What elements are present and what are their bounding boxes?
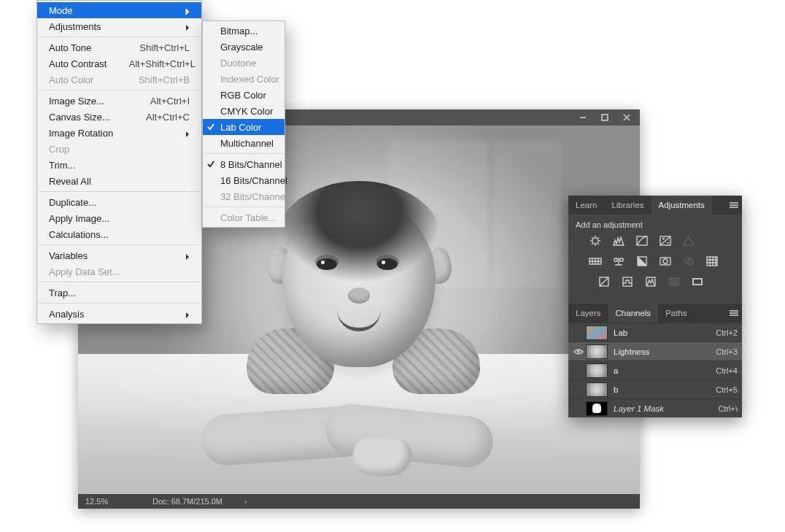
menu-item-label: Auto Contrast — [49, 58, 107, 69]
menu-item-label: Calculations... — [49, 229, 190, 240]
svg-rect-2 — [637, 236, 647, 245]
status-bar: 12.5% Doc: 68.7M/215.0M › — [78, 494, 640, 509]
adjustments-panel: Learn Libraries Adjustments Add an adjus… — [568, 196, 742, 304]
menu-item-label: 8 Bits/Channel — [220, 159, 282, 170]
menu-item-label: Duotone — [220, 58, 273, 69]
svg-point-5 — [614, 258, 617, 261]
selective-color-icon[interactable] — [668, 276, 681, 290]
adjustments-row-2 — [576, 255, 735, 269]
menu-item[interactable]: Mode — [37, 2, 201, 18]
menu-item[interactable]: Analysis — [37, 306, 201, 322]
tab-learn[interactable]: Learn — [568, 196, 604, 215]
menu-separator — [38, 282, 201, 282]
channel-shortcut: Ctrl+4 — [716, 366, 738, 375]
menu-item-label: Color Table... — [220, 212, 276, 223]
menu-item[interactable]: Trap... — [37, 285, 201, 301]
menu-item[interactable]: Reveal All — [37, 173, 201, 189]
channel-thumbnail — [586, 401, 608, 416]
menu-item-label: Apply Image... — [49, 213, 190, 224]
menu-separator — [204, 207, 284, 207]
menu-item[interactable]: Grayscale — [203, 39, 285, 55]
menu-item: Apply Data Set... — [37, 263, 201, 280]
menu-item-label: Grayscale — [220, 42, 273, 53]
photo-filter-icon[interactable] — [659, 255, 672, 269]
visibility-toggle[interactable] — [571, 348, 586, 355]
menu-item-label: CMYK Color — [220, 106, 273, 117]
channel-row[interactable]: LightnessCtrl+3 — [568, 342, 742, 361]
menu-item[interactable]: Bitmap... — [203, 23, 285, 39]
menu-item[interactable]: Auto ToneShift+Ctrl+L — [37, 39, 201, 55]
channel-name: Lab — [614, 328, 716, 337]
tab-channels[interactable]: Channels — [608, 304, 659, 323]
channel-name: b — [614, 385, 716, 394]
window-close-button[interactable] — [616, 112, 637, 123]
menu-item-label: Canvas Size... — [49, 112, 124, 123]
zoom-level[interactable]: 12.5% — [78, 497, 136, 506]
svg-rect-0 — [602, 115, 608, 120]
adjustments-panel-menu-icon[interactable] — [726, 196, 742, 215]
vibrance-icon[interactable] — [682, 235, 695, 249]
channels-panel-menu-icon[interactable] — [726, 304, 742, 323]
curves-icon[interactable] — [635, 235, 649, 249]
status-expand-icon[interactable]: › — [244, 497, 247, 506]
menu-item[interactable]: Lab Color — [203, 119, 285, 135]
menu-item[interactable]: 16 Bits/Channel — [203, 172, 285, 188]
posterize-icon[interactable] — [621, 276, 634, 290]
menu-item[interactable]: Duplicate... — [37, 194, 201, 210]
channel-row[interactable]: bCtrl+5 — [568, 379, 742, 398]
menu-item[interactable]: 8 Bits/Channel — [203, 156, 285, 172]
menu-item-label: Indexed Color — [220, 74, 279, 85]
tab-layers[interactable]: Layers — [568, 304, 608, 323]
tab-paths[interactable]: Paths — [658, 304, 694, 323]
black-white-icon[interactable] — [635, 255, 649, 269]
invert-icon[interactable] — [598, 276, 611, 290]
document-info[interactable]: Doc: 68.7M/215.0M — [136, 497, 223, 506]
menu-item[interactable]: Image Size...Alt+Ctrl+I — [37, 93, 201, 109]
channel-row[interactable]: aCtrl+4 — [568, 361, 742, 379]
menu-item[interactable]: Canvas Size...Alt+Ctrl+C — [37, 109, 201, 125]
channel-row[interactable]: LabCtrl+2 — [568, 323, 742, 342]
window-minimize-button[interactable] — [573, 112, 593, 123]
menu-item[interactable]: Apply Image... — [37, 210, 201, 226]
menu-item-label: RGB Color — [220, 90, 273, 101]
color-balance-icon[interactable] — [612, 255, 625, 269]
menu-item[interactable]: RGB Color — [203, 87, 285, 103]
color-lookup-icon[interactable] — [705, 255, 719, 269]
hue-saturation-icon[interactable] — [589, 255, 602, 269]
menu-separator — [38, 90, 201, 90]
gradient-map-icon[interactable] — [691, 276, 704, 290]
menu-item[interactable]: Trim... — [37, 157, 201, 173]
tab-libraries[interactable]: Libraries — [604, 196, 651, 215]
threshold-icon[interactable] — [644, 276, 657, 290]
menu-item-label: Auto Color — [49, 74, 117, 85]
channel-row[interactable]: Layer 1 MaskCtrl+\ — [568, 398, 742, 417]
menu-item[interactable]: Auto ContrastAlt+Shift+Ctrl+L — [37, 55, 201, 72]
channel-shortcut: Ctrl+2 — [716, 328, 738, 337]
tab-adjustments[interactable]: Adjustments — [651, 196, 712, 215]
channel-mixer-icon[interactable] — [682, 255, 695, 269]
channel-shortcut: Ctrl+5 — [716, 385, 738, 394]
channel-name: a — [614, 366, 716, 375]
brightness-contrast-icon[interactable] — [589, 235, 602, 249]
menu-item-shortcut: Shift+Ctrl+L — [117, 42, 190, 53]
exposure-icon[interactable] — [659, 235, 672, 249]
window-maximize-button[interactable] — [595, 112, 615, 123]
adjustments-row-3 — [576, 276, 735, 290]
menu-item-shortcut: Alt+Ctrl+I — [128, 96, 190, 107]
menu-item-label: Mode — [49, 5, 185, 16]
menu-item[interactable]: Calculations... — [37, 226, 201, 242]
menu-item-label: Adjustments — [49, 21, 185, 32]
menu-item-label: Variables — [49, 250, 185, 261]
menu-item[interactable]: Variables — [37, 247, 201, 263]
channel-shortcut: Ctrl+3 — [716, 347, 738, 356]
channel-thumbnail — [586, 382, 608, 397]
menu-item[interactable]: Multichannel — [203, 135, 285, 151]
levels-icon[interactable] — [612, 235, 625, 249]
adjustments-panel-heading: Add an adjustment — [576, 220, 735, 229]
menu-separator — [38, 191, 201, 192]
menu-item-label: Duplicate... — [49, 197, 190, 208]
menu-item[interactable]: CMYK Color — [203, 103, 285, 119]
svg-rect-14 — [623, 277, 632, 286]
menu-item[interactable]: Adjustments — [37, 18, 201, 34]
menu-item[interactable]: Image Rotation — [37, 125, 201, 141]
